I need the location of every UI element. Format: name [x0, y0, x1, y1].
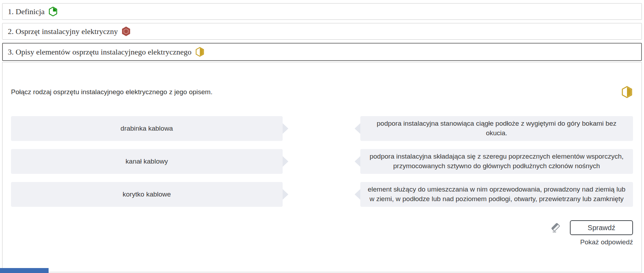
- hexagon-filled-icon: [121, 26, 131, 36]
- hexagon-half-icon: [195, 47, 205, 57]
- check-button[interactable]: Sprawdź: [570, 220, 633, 235]
- match-row: kanał kablowy podpora instalacyjna skład…: [11, 149, 633, 174]
- connector: [283, 182, 360, 207]
- show-answer-link[interactable]: Pokaż odpowiedź: [11, 238, 633, 246]
- connector-arrow-left-icon: [355, 123, 360, 134]
- connector: [283, 116, 360, 141]
- match-left-item[interactable]: drabinka kablowa: [11, 116, 283, 141]
- exercise-prompt-row: Połącz rodzaj osprzętu instalacyjnego el…: [11, 62, 633, 98]
- accordion-item-label: 1. Definicja: [8, 7, 45, 16]
- connector: [283, 149, 360, 174]
- exercise-prompt: Połącz rodzaj osprzętu instalacyjnego el…: [11, 88, 212, 96]
- accordion-item-opisy[interactable]: 3. Opisy elementów osprzętu instalacyjne…: [2, 43, 642, 61]
- eraser-icon: [549, 222, 561, 234]
- accordion-item-label: 3. Opisy elementów osprzętu instalacyjne…: [8, 47, 191, 57]
- connector-arrow-left-icon: [355, 156, 360, 167]
- accordion-item-osprzet[interactable]: 2. Osprzęt instalacyjny elektryczny: [2, 23, 642, 40]
- match-left-item[interactable]: korytko kablowe: [11, 182, 283, 207]
- match-left-item[interactable]: kanał kablowy: [11, 149, 283, 174]
- match-right-label: podpora instalacyjna stanowiąca ciągłe p…: [366, 119, 628, 138]
- connector-arrow-right-icon: [283, 156, 288, 167]
- hexagon-wedge-icon: [48, 6, 58, 17]
- match-row: korytko kablowe element służący do umies…: [11, 182, 633, 207]
- matching-area: drabinka kablowa podpora instalacyjna st…: [11, 116, 633, 207]
- match-right-item[interactable]: element służący do umieszczania w nim op…: [360, 182, 633, 207]
- match-right-item[interactable]: podpora instalacyjna składająca się z sz…: [360, 149, 633, 174]
- match-right-label: podpora instalacyjna składająca się z sz…: [366, 152, 628, 171]
- connector-arrow-left-icon: [355, 189, 360, 200]
- exercise-panel: Połącz rodzaj osprzętu instalacyjnego el…: [2, 62, 642, 272]
- hexagon-half-icon: [621, 86, 633, 98]
- match-right-label: element służący do umieszczania w nim op…: [366, 185, 628, 204]
- match-left-label: korytko kablowe: [123, 190, 171, 199]
- actions-row: Sprawdź: [11, 220, 633, 235]
- match-right-item[interactable]: podpora instalacyjna stanowiąca ciągłe p…: [360, 116, 633, 141]
- match-row: drabinka kablowa podpora instalacyjna st…: [11, 116, 633, 141]
- accordion-item-label: 2. Osprzęt instalacyjny elektryczny: [8, 27, 118, 36]
- match-left-label: drabinka kablowa: [121, 124, 173, 133]
- connector-arrow-right-icon: [283, 189, 288, 200]
- match-left-label: kanał kablowy: [126, 157, 168, 166]
- page: 1. Definicja 2. Osprzęt instalacyjny ele…: [0, 0, 644, 272]
- connector-arrow-right-icon: [283, 123, 288, 134]
- next-element-partial: [0, 268, 49, 273]
- eraser-button[interactable]: [549, 222, 561, 234]
- accordion-item-definicja[interactable]: 1. Definicja: [2, 3, 642, 20]
